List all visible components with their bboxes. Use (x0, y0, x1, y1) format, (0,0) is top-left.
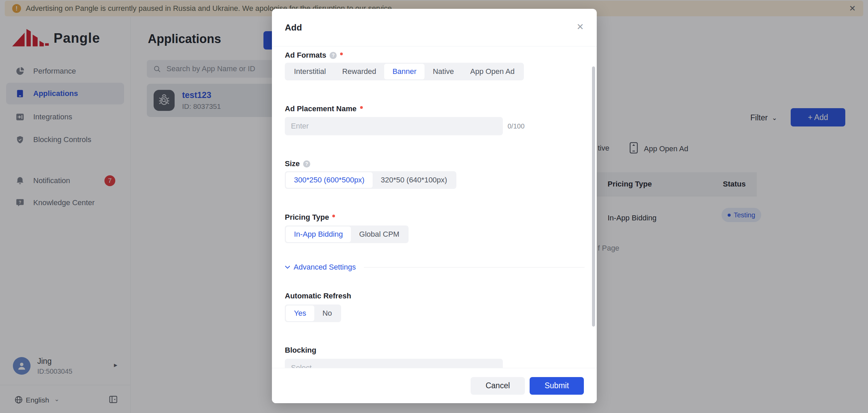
advanced-settings-toggle[interactable]: Advanced Settings (285, 263, 585, 272)
select-caret-icon: ⌄ (491, 364, 497, 368)
blocking-label-row: Blocking (285, 346, 316, 355)
pricing-type-label: Pricing Type (285, 213, 329, 222)
pricing-type-segmented-control: In-App Bidding Global CPM (285, 225, 409, 243)
blocking-select[interactable]: Select ⌄ (285, 359, 503, 368)
blocking-select-placeholder: Select (291, 363, 312, 368)
ad-format-option-banner[interactable]: Banner (384, 64, 425, 79)
ad-placement-name-label: Ad Placement Name (285, 104, 357, 113)
ad-format-option-app-open-ad[interactable]: App Open Ad (462, 64, 523, 79)
automatic-refresh-label-row: Automatic Refresh (285, 292, 351, 300)
modal-footer: Cancel Submit (272, 368, 597, 403)
required-asterisk-icon (340, 53, 343, 55)
modal-title: Add (285, 22, 302, 33)
ad-format-option-interstitial[interactable]: Interstitial (286, 64, 334, 79)
char-counter: 0/100 (508, 122, 525, 130)
automatic-refresh-segmented-control: Yes No (285, 304, 341, 322)
ad-format-option-native[interactable]: Native (425, 64, 462, 79)
pricing-type-label-row: Pricing Type (285, 213, 335, 222)
advanced-settings-label: Advanced Settings (294, 263, 356, 272)
required-asterisk-icon (332, 215, 335, 217)
automatic-refresh-label: Automatic Refresh (285, 292, 351, 300)
size-option-320x50[interactable]: 320*50 (640*100px) (373, 172, 455, 188)
ad-formats-label: Ad Formats (285, 51, 326, 60)
modal-scrollbar-thumb[interactable] (592, 66, 595, 327)
pangle-dashboard: ! Advertising on Pangle is currently pau… (0, 0, 868, 413)
size-label: Size (285, 159, 300, 168)
modal-body: Ad Formats ? Interstitial Rewarded Banne… (272, 46, 597, 368)
size-option-300x250[interactable]: 300*250 (600*500px) (286, 172, 373, 188)
blocking-label: Blocking (285, 346, 316, 355)
ad-placement-name-label-row: Ad Placement Name (285, 104, 363, 113)
ad-placement-name-row: 0/100 (285, 117, 525, 135)
size-help-icon[interactable]: ? (303, 160, 310, 168)
modal-header: Add ✕ (272, 9, 597, 46)
size-segmented-control: 300*250 (600*500px) 320*50 (640*100px) (285, 171, 456, 189)
ad-format-option-rewarded[interactable]: Rewarded (334, 64, 384, 79)
section-divider (364, 267, 585, 268)
pricing-option-global-cpm[interactable]: Global CPM (351, 227, 408, 242)
refresh-option-no[interactable]: No (314, 306, 340, 321)
cancel-button[interactable]: Cancel (471, 377, 525, 395)
refresh-option-yes[interactable]: Yes (286, 306, 314, 321)
chevron-down-icon (285, 266, 290, 269)
modal-close-icon[interactable]: ✕ (576, 22, 584, 31)
ad-formats-segmented-control: Interstitial Rewarded Banner Native App … (285, 63, 524, 80)
size-label-row: Size ? (285, 159, 310, 168)
add-placement-modal: Add ✕ Ad Formats ? Interstitial Rewarded… (272, 9, 597, 403)
pricing-option-in-app-bidding[interactable]: In-App Bidding (286, 227, 351, 242)
ad-formats-label-row: Ad Formats ? (285, 51, 343, 60)
ad-formats-help-icon[interactable]: ? (330, 52, 337, 59)
ad-placement-name-input[interactable] (285, 117, 503, 135)
submit-button[interactable]: Submit (530, 377, 584, 395)
required-asterisk-icon (360, 106, 363, 109)
